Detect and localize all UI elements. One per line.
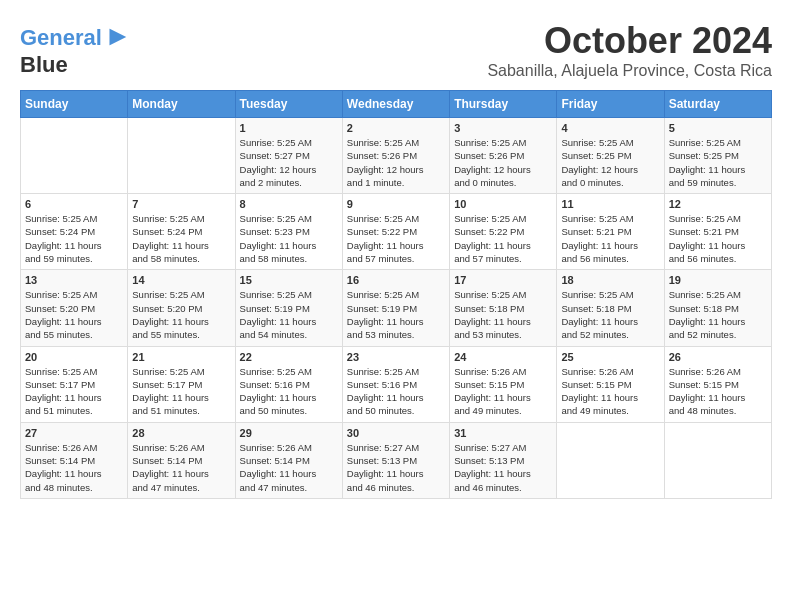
page-title: October 2024: [487, 20, 772, 62]
day-info: Sunrise: 5:25 AM Sunset: 5:21 PM Dayligh…: [669, 212, 767, 265]
day-cell: 31Sunrise: 5:27 AM Sunset: 5:13 PM Dayli…: [450, 422, 557, 498]
header-cell-friday: Friday: [557, 91, 664, 118]
day-number: 4: [561, 122, 659, 134]
header-cell-saturday: Saturday: [664, 91, 771, 118]
day-info: Sunrise: 5:25 AM Sunset: 5:23 PM Dayligh…: [240, 212, 338, 265]
logo: General► Blue: [20, 20, 132, 78]
day-cell: 13Sunrise: 5:25 AM Sunset: 5:20 PM Dayli…: [21, 270, 128, 346]
day-number: 31: [454, 427, 552, 439]
day-number: 29: [240, 427, 338, 439]
day-cell: 25Sunrise: 5:26 AM Sunset: 5:15 PM Dayli…: [557, 346, 664, 422]
day-number: 1: [240, 122, 338, 134]
day-cell: 6Sunrise: 5:25 AM Sunset: 5:24 PM Daylig…: [21, 194, 128, 270]
day-info: Sunrise: 5:27 AM Sunset: 5:13 PM Dayligh…: [347, 441, 445, 494]
day-info: Sunrise: 5:25 AM Sunset: 5:18 PM Dayligh…: [454, 288, 552, 341]
day-info: Sunrise: 5:25 AM Sunset: 5:22 PM Dayligh…: [454, 212, 552, 265]
day-cell: 28Sunrise: 5:26 AM Sunset: 5:14 PM Dayli…: [128, 422, 235, 498]
day-cell: 5Sunrise: 5:25 AM Sunset: 5:25 PM Daylig…: [664, 118, 771, 194]
week-row-3: 13Sunrise: 5:25 AM Sunset: 5:20 PM Dayli…: [21, 270, 772, 346]
day-number: 3: [454, 122, 552, 134]
day-number: 15: [240, 274, 338, 286]
day-info: Sunrise: 5:26 AM Sunset: 5:15 PM Dayligh…: [561, 365, 659, 418]
day-info: Sunrise: 5:27 AM Sunset: 5:13 PM Dayligh…: [454, 441, 552, 494]
day-number: 2: [347, 122, 445, 134]
day-info: Sunrise: 5:25 AM Sunset: 5:26 PM Dayligh…: [454, 136, 552, 189]
day-number: 18: [561, 274, 659, 286]
day-info: Sunrise: 5:25 AM Sunset: 5:18 PM Dayligh…: [669, 288, 767, 341]
day-number: 25: [561, 351, 659, 363]
day-cell: 15Sunrise: 5:25 AM Sunset: 5:19 PM Dayli…: [235, 270, 342, 346]
day-cell: 7Sunrise: 5:25 AM Sunset: 5:24 PM Daylig…: [128, 194, 235, 270]
day-info: Sunrise: 5:26 AM Sunset: 5:14 PM Dayligh…: [240, 441, 338, 494]
day-info: Sunrise: 5:25 AM Sunset: 5:26 PM Dayligh…: [347, 136, 445, 189]
day-cell: 26Sunrise: 5:26 AM Sunset: 5:15 PM Dayli…: [664, 346, 771, 422]
day-info: Sunrise: 5:25 AM Sunset: 5:20 PM Dayligh…: [25, 288, 123, 341]
day-cell: 9Sunrise: 5:25 AM Sunset: 5:22 PM Daylig…: [342, 194, 449, 270]
page-header: General► Blue October 2024 Sabanilla, Al…: [20, 20, 772, 80]
day-cell: 22Sunrise: 5:25 AM Sunset: 5:16 PM Dayli…: [235, 346, 342, 422]
day-number: 19: [669, 274, 767, 286]
day-cell: [557, 422, 664, 498]
day-number: 28: [132, 427, 230, 439]
day-cell: 24Sunrise: 5:26 AM Sunset: 5:15 PM Dayli…: [450, 346, 557, 422]
day-cell: 4Sunrise: 5:25 AM Sunset: 5:25 PM Daylig…: [557, 118, 664, 194]
day-number: 13: [25, 274, 123, 286]
day-info: Sunrise: 5:25 AM Sunset: 5:27 PM Dayligh…: [240, 136, 338, 189]
day-number: 26: [669, 351, 767, 363]
day-number: 22: [240, 351, 338, 363]
day-number: 9: [347, 198, 445, 210]
day-number: 8: [240, 198, 338, 210]
page-subtitle: Sabanilla, Alajuela Province, Costa Rica: [487, 62, 772, 80]
day-cell: 8Sunrise: 5:25 AM Sunset: 5:23 PM Daylig…: [235, 194, 342, 270]
day-info: Sunrise: 5:25 AM Sunset: 5:16 PM Dayligh…: [240, 365, 338, 418]
day-cell: [21, 118, 128, 194]
day-number: 11: [561, 198, 659, 210]
day-cell: 18Sunrise: 5:25 AM Sunset: 5:18 PM Dayli…: [557, 270, 664, 346]
week-row-4: 20Sunrise: 5:25 AM Sunset: 5:17 PM Dayli…: [21, 346, 772, 422]
day-cell: 1Sunrise: 5:25 AM Sunset: 5:27 PM Daylig…: [235, 118, 342, 194]
day-number: 16: [347, 274, 445, 286]
header-cell-wednesday: Wednesday: [342, 91, 449, 118]
day-cell: 27Sunrise: 5:26 AM Sunset: 5:14 PM Dayli…: [21, 422, 128, 498]
logo-line2: Blue: [20, 52, 132, 78]
week-row-5: 27Sunrise: 5:26 AM Sunset: 5:14 PM Dayli…: [21, 422, 772, 498]
day-cell: 12Sunrise: 5:25 AM Sunset: 5:21 PM Dayli…: [664, 194, 771, 270]
day-info: Sunrise: 5:26 AM Sunset: 5:15 PM Dayligh…: [669, 365, 767, 418]
day-number: 27: [25, 427, 123, 439]
header-row: SundayMondayTuesdayWednesdayThursdayFrid…: [21, 91, 772, 118]
day-cell: 2Sunrise: 5:25 AM Sunset: 5:26 PM Daylig…: [342, 118, 449, 194]
day-cell: 19Sunrise: 5:25 AM Sunset: 5:18 PM Dayli…: [664, 270, 771, 346]
header-cell-tuesday: Tuesday: [235, 91, 342, 118]
day-number: 20: [25, 351, 123, 363]
day-number: 30: [347, 427, 445, 439]
week-row-1: 1Sunrise: 5:25 AM Sunset: 5:27 PM Daylig…: [21, 118, 772, 194]
day-info: Sunrise: 5:25 AM Sunset: 5:25 PM Dayligh…: [669, 136, 767, 189]
title-block: October 2024 Sabanilla, Alajuela Provinc…: [487, 20, 772, 80]
day-info: Sunrise: 5:25 AM Sunset: 5:17 PM Dayligh…: [132, 365, 230, 418]
day-info: Sunrise: 5:25 AM Sunset: 5:19 PM Dayligh…: [240, 288, 338, 341]
day-cell: 16Sunrise: 5:25 AM Sunset: 5:19 PM Dayli…: [342, 270, 449, 346]
week-row-2: 6Sunrise: 5:25 AM Sunset: 5:24 PM Daylig…: [21, 194, 772, 270]
day-number: 10: [454, 198, 552, 210]
day-info: Sunrise: 5:25 AM Sunset: 5:25 PM Dayligh…: [561, 136, 659, 189]
header-cell-sunday: Sunday: [21, 91, 128, 118]
day-number: 23: [347, 351, 445, 363]
day-cell: 11Sunrise: 5:25 AM Sunset: 5:21 PM Dayli…: [557, 194, 664, 270]
day-number: 21: [132, 351, 230, 363]
day-number: 5: [669, 122, 767, 134]
day-number: 7: [132, 198, 230, 210]
day-cell: 3Sunrise: 5:25 AM Sunset: 5:26 PM Daylig…: [450, 118, 557, 194]
day-info: Sunrise: 5:26 AM Sunset: 5:15 PM Dayligh…: [454, 365, 552, 418]
day-info: Sunrise: 5:25 AM Sunset: 5:24 PM Dayligh…: [132, 212, 230, 265]
day-info: Sunrise: 5:25 AM Sunset: 5:22 PM Dayligh…: [347, 212, 445, 265]
day-info: Sunrise: 5:26 AM Sunset: 5:14 PM Dayligh…: [25, 441, 123, 494]
day-cell: 21Sunrise: 5:25 AM Sunset: 5:17 PM Dayli…: [128, 346, 235, 422]
day-number: 17: [454, 274, 552, 286]
day-info: Sunrise: 5:25 AM Sunset: 5:17 PM Dayligh…: [25, 365, 123, 418]
day-number: 14: [132, 274, 230, 286]
day-cell: 10Sunrise: 5:25 AM Sunset: 5:22 PM Dayli…: [450, 194, 557, 270]
day-cell: [664, 422, 771, 498]
header-cell-thursday: Thursday: [450, 91, 557, 118]
day-cell: 14Sunrise: 5:25 AM Sunset: 5:20 PM Dayli…: [128, 270, 235, 346]
day-info: Sunrise: 5:25 AM Sunset: 5:16 PM Dayligh…: [347, 365, 445, 418]
